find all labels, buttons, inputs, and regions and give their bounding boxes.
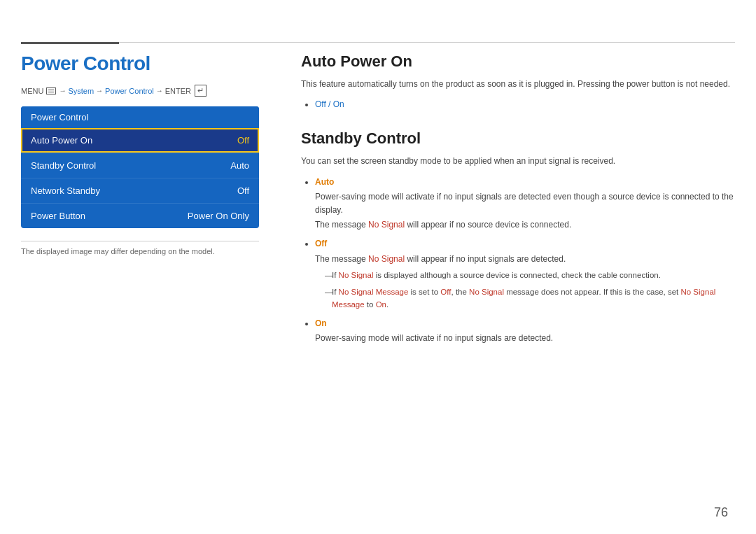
- standby-control-section-title: Standby Control: [301, 129, 735, 148]
- accent-line: [21, 42, 119, 44]
- arrow3: →: [156, 87, 163, 94]
- footnote: The displayed image may differ depending…: [21, 241, 259, 255]
- power-control-link: Power Control: [105, 87, 154, 95]
- top-line: [21, 42, 735, 43]
- on-ref1: On: [376, 300, 386, 309]
- system-link: System: [68, 87, 94, 95]
- bullet-on: On Power-saving mode will activate if no…: [315, 317, 735, 345]
- footnote-text: The displayed image may differ depending…: [21, 247, 215, 255]
- menu-path: MENU → System → Power Control → ENTER ↵: [21, 85, 259, 97]
- menu-item-network-standby[interactable]: Network Standby Off: [21, 178, 259, 203]
- network-standby-label: Network Standby: [31, 185, 100, 196]
- page-title: Power Control: [21, 52, 259, 75]
- no-signal-ref1: No Signal: [368, 220, 405, 230]
- auto-power-on-bullets: Off / On: [301, 98, 735, 111]
- menu-item-auto-power-on[interactable]: Auto Power On Off: [21, 128, 259, 153]
- standby-control-bullets: Auto Power-saving mode will activate if …: [301, 176, 735, 346]
- standby-control-section: Standby Control You can set the screen s…: [301, 129, 735, 345]
- menu-item-standby-control[interactable]: Standby Control Auto: [21, 153, 259, 178]
- off-on-text: Off / On: [315, 99, 344, 109]
- off-ref1: Off: [440, 288, 451, 296]
- no-signal-ref4: No Signal: [469, 288, 504, 296]
- off-sub-bullet-2: If No Signal Message is set to Off, the …: [325, 286, 735, 311]
- on-label: On: [315, 318, 327, 328]
- power-control-menu: Power Control Auto Power On Off Standby …: [21, 106, 259, 228]
- bullet-auto: Auto Power-saving mode will activate if …: [315, 176, 735, 232]
- auto-power-on-label: Auto Power On: [31, 135, 92, 146]
- power-button-value: Power On Only: [188, 211, 249, 221]
- auto-power-on-section-title: Auto Power On: [301, 52, 735, 71]
- off-label: Off: [315, 239, 327, 248]
- menu-label: MENU: [21, 87, 43, 95]
- auto-power-on-bullet: Off / On: [315, 98, 735, 111]
- power-button-label: Power Button: [31, 211, 85, 221]
- standby-control-description: You can set the screen standby mode to b…: [301, 155, 735, 168]
- no-signal-ref2: No Signal: [368, 254, 405, 264]
- auto-text: Power-saving mode will activate if no in…: [315, 190, 735, 217]
- arrow2: →: [96, 87, 103, 94]
- enter-label: ENTER: [165, 87, 191, 95]
- menu-icon: [46, 87, 56, 94]
- no-signal-message-ref1: No Signal Message: [339, 288, 409, 296]
- menu-item-power-button[interactable]: Power Button Power On Only: [21, 203, 259, 228]
- bullet-off: Off The message No Signal will appear if…: [315, 237, 735, 311]
- auto-power-on-description: This feature automatically turns on the …: [301, 78, 735, 91]
- no-signal-ref3: No Signal: [339, 271, 374, 279]
- arrow1: →: [59, 87, 66, 94]
- enter-icon: ↵: [195, 85, 206, 97]
- standby-control-label: Standby Control: [31, 160, 96, 171]
- page-number: 76: [714, 505, 728, 520]
- menu-box-title: Power Control: [21, 106, 259, 128]
- auto-sub-text: The message No Signal will appear if no …: [315, 218, 735, 232]
- off-text: The message No Signal will appear if no …: [315, 253, 735, 266]
- standby-control-value: Auto: [230, 160, 249, 171]
- left-panel: Power Control MENU → System → Power Cont…: [21, 52, 259, 255]
- right-panel: Auto Power On This feature automatically…: [301, 52, 735, 355]
- network-standby-value: Off: [237, 185, 249, 196]
- auto-label: Auto: [315, 177, 334, 187]
- off-sub-bullet-1: If No Signal is displayed although a sou…: [325, 269, 735, 281]
- off-sub-bullets: If No Signal is displayed although a sou…: [315, 269, 735, 311]
- auto-power-on-value: Off: [237, 135, 249, 146]
- on-text: Power-saving mode will activate if no in…: [315, 332, 735, 345]
